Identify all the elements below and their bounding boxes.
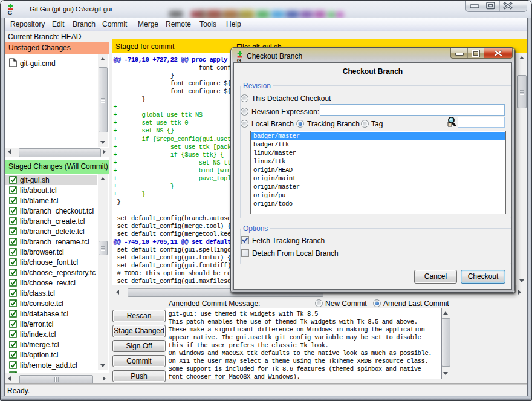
- svg-text:G: G: [8, 9, 12, 15]
